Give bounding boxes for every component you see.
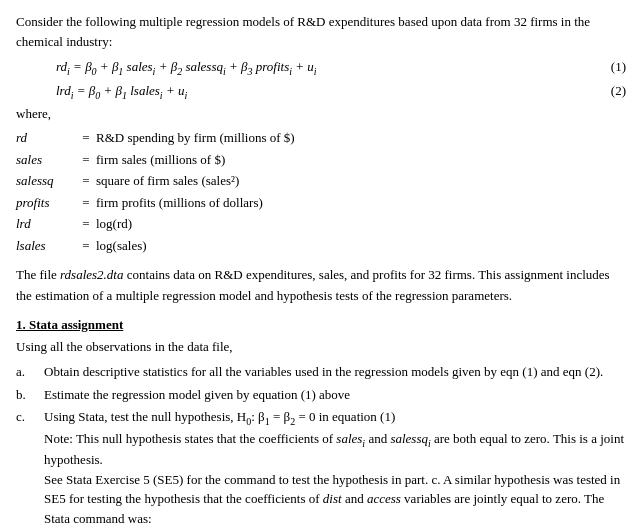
- sub-items-list: a. Obtain descriptive statistics for all…: [16, 362, 626, 528]
- sub-item-b: b. Estimate the regression model given b…: [16, 385, 626, 405]
- sub-item-a-label: a.: [16, 362, 44, 382]
- var-lrd: lrd: [16, 214, 76, 234]
- section-title: 1. Stata assignment: [16, 317, 626, 333]
- sub-item-b-label: b.: [16, 385, 44, 405]
- equation-1-block: rdi = β0 + β1 salesi + β2 salessqi + β3 …: [56, 59, 626, 77]
- var-sales: sales: [16, 150, 76, 170]
- var-sales-desc: firm sales (millions of $): [96, 150, 626, 170]
- var-profits: profits: [16, 193, 76, 213]
- var-lsales: lsales: [16, 236, 76, 256]
- sub-item-c: c. Using Stata, test the null hypothesis…: [16, 407, 626, 528]
- where-label: where,: [16, 106, 51, 121]
- where-section: where, rd = R&D spending by firm (millio…: [16, 106, 626, 255]
- var-salessq-desc: square of firm sales (sales²): [96, 171, 626, 191]
- var-lrd-desc: log(rd): [96, 214, 626, 234]
- sub-item-a: a. Obtain descriptive statistics for all…: [16, 362, 626, 382]
- var-lsales-desc: log(sales): [96, 236, 626, 256]
- sub-item-b-content: Estimate the regression model given by e…: [44, 385, 626, 405]
- sub-item-a-content: Obtain descriptive statistics for all th…: [44, 362, 626, 382]
- equation-1-number: (1): [581, 59, 626, 75]
- file-description: The file rdsales2.dta contains data on R…: [16, 265, 626, 307]
- equation-2: lrdi = β0 + β1 lsalesi + ui: [56, 83, 581, 101]
- sub-item-c-content: Using Stata, test the null hypothesis, H…: [44, 407, 626, 528]
- var-rd-desc: R&D spending by firm (millions of $): [96, 128, 626, 148]
- var-profits-desc: firm profits (millions of dollars): [96, 193, 626, 213]
- using-text: Using all the observations in the data f…: [16, 337, 626, 357]
- equation-2-number: (2): [581, 83, 626, 99]
- equation-2-block: lrdi = β0 + β1 lsalesi + ui (2): [56, 83, 626, 101]
- var-rd: rd: [16, 128, 76, 148]
- sub-item-c-label: c.: [16, 407, 44, 427]
- variables-table: rd = R&D spending by firm (millions of $…: [16, 128, 626, 255]
- intro-text: Consider the following multiple regressi…: [16, 12, 626, 51]
- var-salessq: salessq: [16, 171, 76, 191]
- equation-1: rdi = β0 + β1 salesi + β2 salessqi + β3 …: [56, 59, 581, 77]
